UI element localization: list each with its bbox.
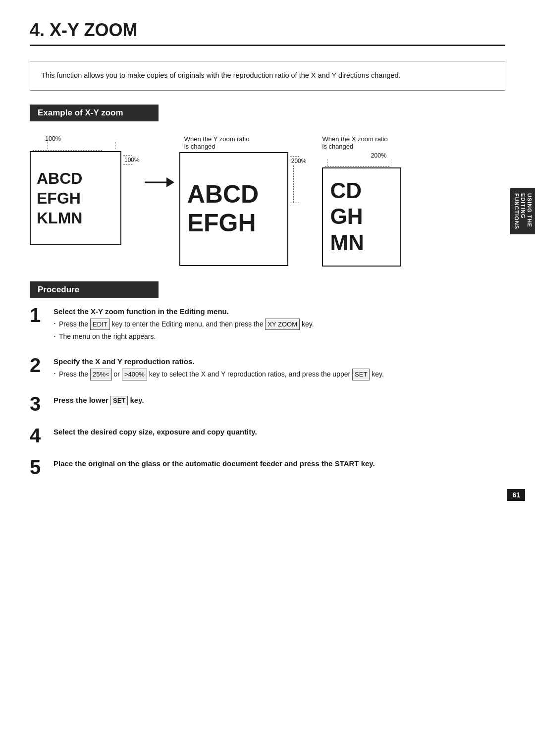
pct-200-side-label: 200% (291, 158, 307, 164)
procedure-header: Procedure (30, 281, 159, 298)
pct-100-side-label: 100% (124, 157, 140, 163)
original-box: ABCD EFGH KLMN (30, 151, 121, 245)
steps-container: 1 Select the X-Y zoom function in the Ed… (30, 307, 505, 477)
step-1-content: Select the X-Y zoom function in the Edit… (54, 307, 505, 344)
step-2-number: 2 (30, 355, 48, 375)
page-title: 4. X-Y ZOOM (30, 20, 505, 46)
original-diagram: 100% ABCD EFGH KLM (30, 135, 140, 245)
y-zoom-diagram: When the Y zoom ratio is changed ABCD EF… (179, 135, 307, 266)
step-3-title: Press the lower SET key. (54, 396, 505, 405)
y-zoom-caption: When the Y zoom ratio is changed (184, 135, 307, 150)
step-1-bullet-1: Press the EDIT key to enter the Editing … (54, 319, 505, 330)
intro-text: This function allows you to make copies … (41, 71, 401, 79)
step-1-bullet-2: The menu on the right appears. (54, 331, 505, 342)
step-2-bullets: Press the 25%< or >400% key to select th… (54, 369, 505, 380)
step-4-title: Select the desired copy size, exposure a… (54, 428, 505, 436)
x-zoom-caption: When the X zoom ratio is changed (322, 135, 401, 150)
mid-box: ABCD EFGH (179, 152, 288, 266)
pct-100-top-label: 100% (45, 135, 61, 142)
step-1-bullets: Press the EDIT key to enter the Editing … (54, 319, 505, 342)
step-2-bullet-1: Press the 25%< or >400% key to select th… (54, 369, 505, 380)
step-4-content: Select the desired copy size, exposure a… (54, 428, 505, 439)
side-tab: USING THEEDITINGFUNCTIONS (510, 188, 535, 234)
step-1-title: Select the X-Y zoom function in the Edit… (54, 307, 505, 316)
edit-key: EDIT (90, 319, 110, 330)
step-4-number: 4 (30, 426, 48, 445)
400pct-key: >400% (122, 369, 147, 380)
step-5-title: Place the original on the glass or the a… (54, 459, 505, 468)
25pct-key: 25%< (90, 369, 112, 380)
intro-box: This function allows you to make copies … (30, 61, 505, 91)
step-3: 3 Press the lower SET key. (30, 396, 505, 414)
diagram-area: 100% ABCD EFGH KLM (30, 135, 505, 267)
procedure-section: Procedure 1 Select the X-Y zoom function… (30, 281, 505, 477)
step-5-number: 5 (30, 457, 48, 477)
xy-zoom-key: XY ZOOM (265, 319, 300, 330)
pct-200-top-label: 200% (371, 152, 386, 159)
step-4: 4 Select the desired copy size, exposure… (30, 428, 505, 445)
page-number: 61 (507, 489, 525, 501)
step-3-number: 3 (30, 394, 48, 414)
original-text: ABCD EFGH KLMN (37, 168, 82, 228)
step-3-content: Press the lower SET key. (54, 396, 505, 408)
right-text: CD GH MN (330, 178, 364, 256)
step-5: 5 Place the original on the glass or the… (30, 459, 505, 477)
mid-text: ABCD EFGH (187, 180, 259, 237)
arrow (145, 175, 174, 191)
svg-marker-1 (166, 177, 174, 187)
step-5-content: Place the original on the glass or the a… (54, 459, 505, 471)
step-1: 1 Select the X-Y zoom function in the Ed… (30, 307, 505, 344)
step-2: 2 Specify the X and Y reproduction ratio… (30, 357, 505, 382)
step-2-content: Specify the X and Y reproduction ratios.… (54, 357, 505, 382)
step-2-title: Specify the X and Y reproduction ratios. (54, 357, 505, 366)
set-lower-key: SET (110, 396, 128, 405)
step-1-number: 1 (30, 305, 48, 325)
example-section: Example of X-Y zoom 100% (30, 105, 505, 267)
example-header: Example of X-Y zoom (30, 105, 159, 121)
set-upper-key: SET (352, 369, 370, 380)
right-box: CD GH MN (322, 167, 401, 267)
x-zoom-diagram: When the X zoom ratio is changed 200% (322, 135, 401, 267)
